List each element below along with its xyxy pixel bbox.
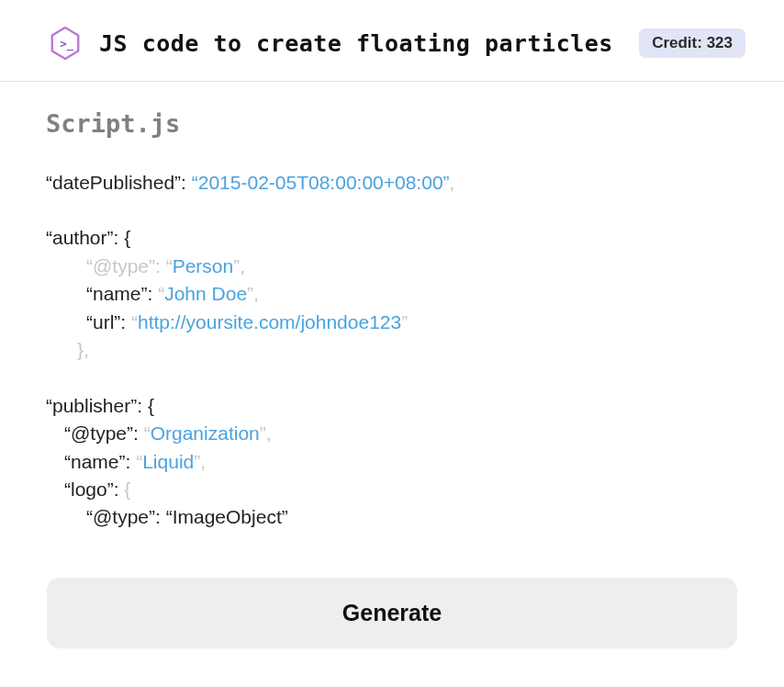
code-punct: ” xyxy=(401,311,408,332)
code-punct: “ xyxy=(144,422,151,444)
code-punct: { xyxy=(124,479,130,500)
code-punct: , xyxy=(200,451,206,472)
file-name: Script.js xyxy=(46,109,738,138)
code-line: “@type”: “Person”, xyxy=(46,253,738,280)
code-punct: “ xyxy=(131,311,138,332)
code-punct: ” xyxy=(260,422,266,444)
page-title: JS code to create floating particles xyxy=(99,30,613,57)
logo-icon: >_ xyxy=(48,26,83,61)
code-key: “url”: xyxy=(86,311,131,332)
code-key: “datePublished”: xyxy=(46,172,192,193)
code-key: “@type”: xyxy=(64,422,144,444)
code-value: Liquid xyxy=(142,451,194,472)
code-key: “@type” xyxy=(86,255,155,276)
code-text: “@type”: “ImageObject” xyxy=(86,506,288,527)
code-line: “publisher”: { xyxy=(46,392,738,420)
header-left: >_ JS code to create floating particles xyxy=(48,26,613,61)
code-punct: , xyxy=(266,422,272,444)
code-line: “name”: “John Doe”, xyxy=(46,280,738,308)
code-value: Person xyxy=(173,255,234,276)
code-value: http://yoursite.com/johndoe123 xyxy=(138,311,401,332)
code-value: “2015-02-05T08:00:00+08:00” xyxy=(192,172,450,193)
generate-button[interactable]: Generate xyxy=(47,578,737,648)
header: >_ JS code to create floating particles … xyxy=(0,0,784,82)
code-line: “logo”: { xyxy=(46,476,738,503)
code-punct: “ xyxy=(166,255,173,276)
code-block: “datePublished”: “2015-02-05T08:00:00+08… xyxy=(46,169,738,532)
code-punct: , xyxy=(240,255,245,276)
code-line: “author”: { xyxy=(46,224,738,252)
content: Script.js “datePublished”: “2015-02-05T0… xyxy=(0,82,784,667)
code-value: Organization xyxy=(151,422,260,444)
credit-badge: Credit: 323 xyxy=(639,28,745,58)
code-punct: : xyxy=(155,255,166,276)
code-line: }, xyxy=(46,336,738,364)
code-punct: , xyxy=(450,172,455,193)
code-key: “publisher”: { xyxy=(46,395,154,416)
code-line: “@type”: “ImageObject” xyxy=(46,503,738,531)
code-key: “name”: xyxy=(86,283,158,304)
code-value: John Doe xyxy=(164,283,247,304)
code-punct: , xyxy=(253,283,259,304)
code-line: “name”: “Liquid”, xyxy=(46,448,738,476)
code-key: “author”: { xyxy=(46,227,130,248)
code-punct: }, xyxy=(77,339,89,360)
code-line: “@type”: “Organization”, xyxy=(46,420,738,447)
code-line: “url”: “http://yoursite.com/johndoe123” xyxy=(46,309,738,336)
code-line: “datePublished”: “2015-02-05T08:00:00+08… xyxy=(46,169,738,197)
code-key: “name”: xyxy=(64,451,136,472)
svg-text:>_: >_ xyxy=(60,38,73,51)
code-key: “logo”: xyxy=(64,479,124,500)
